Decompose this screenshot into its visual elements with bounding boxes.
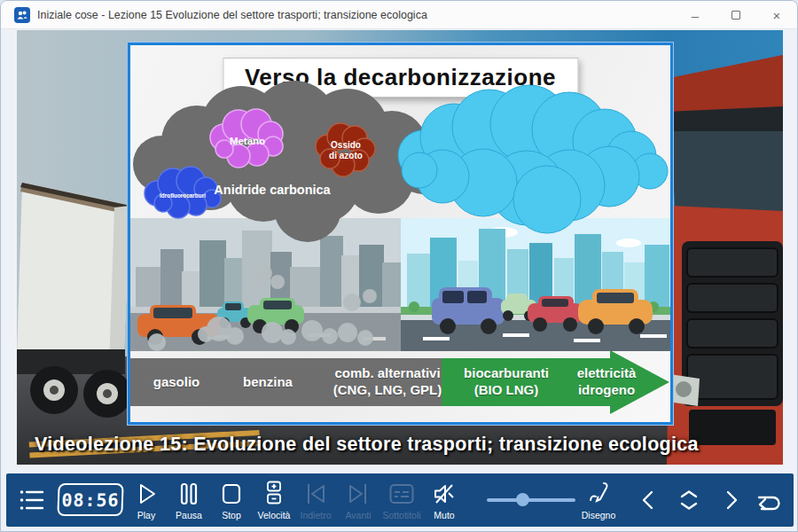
volume-slider-track[interactable] — [487, 498, 575, 502]
window-title: Iniziale cose - Lezione 15 Evoluzione de… — [37, 9, 427, 21]
skip-back-icon — [303, 482, 328, 505]
close-button[interactable]: × — [756, 1, 797, 29]
play-icon — [135, 482, 158, 505]
app-window: Iniziale cose - Lezione 15 Evoluzione de… — [0, 0, 798, 532]
index-list-button[interactable] — [19, 489, 45, 512]
fuel-label-comb-alternativi: comb. alternativi(CNG, LNG, GPL) — [333, 365, 442, 399]
minimize-button[interactable]: – — [675, 1, 716, 29]
stop-icon — [220, 482, 243, 505]
maximize-icon — [732, 11, 740, 20]
fuel-label-biocarburanti: biocarburanti(BIO LNG) — [464, 365, 549, 399]
cloud-label-methane: Metano — [230, 136, 265, 146]
fuel-label-elettricita-idrogeno: elettricitàidrogeno — [577, 365, 637, 399]
fuel-label-benzina: benzina — [243, 374, 293, 391]
draw-button[interactable]: Disegno — [577, 481, 620, 520]
emission-clouds: Idrofluorocarburi Metano Ossido di azoto — [130, 100, 670, 235]
return-button[interactable] — [753, 489, 783, 513]
people-icon — [14, 7, 30, 23]
nav-expand-button[interactable] — [675, 489, 703, 512]
chevron-right-icon — [719, 489, 742, 512]
play-button[interactable]: Play — [125, 481, 168, 520]
player-toolbar: 08:56 Play Pausa Stop Velocità Indietro — [6, 473, 794, 527]
chevron-left-icon — [638, 489, 661, 512]
volume-slider-thumb[interactable] — [516, 493, 529, 506]
city-scene — [130, 218, 670, 351]
video-caption: Videolezione 15: Evoluzione del settore … — [35, 434, 779, 456]
skip-forward-icon — [346, 482, 371, 505]
volume-slider[interactable] — [487, 497, 575, 504]
maximize-button[interactable] — [716, 1, 756, 29]
fuel-label-gasolio: gasolio — [153, 374, 200, 391]
elapsed-time-display: 08:56 — [57, 483, 123, 516]
pause-button[interactable]: Pausa — [168, 481, 210, 520]
nav-next-slide-button[interactable] — [719, 489, 742, 512]
cloud-label-nox-line2: di azoto — [329, 151, 363, 160]
subtitles-button: Sottotitoli — [380, 481, 423, 520]
mute-icon — [432, 482, 457, 505]
pause-icon — [177, 482, 200, 505]
fuel-transition-arrow: gasolio benzina comb. alternativi(CNG, L… — [130, 358, 670, 406]
cyan-cloud-clean — [398, 85, 668, 233]
cloud-label-co2: Anidride carbonica — [214, 183, 331, 197]
timer-value: 08:56 — [61, 489, 120, 511]
subtitles-icon — [388, 482, 415, 505]
speed-button[interactable]: Velocità — [253, 481, 295, 520]
mute-button[interactable]: Muto — [423, 481, 466, 520]
stop-button[interactable]: Stop — [210, 481, 253, 520]
video-stage[interactable]: Verso la decarbonizzazione Idrofluoroca — [17, 30, 783, 465]
pen-icon — [586, 481, 611, 505]
next-button: Avanti — [337, 481, 379, 520]
list-icon — [19, 489, 45, 512]
return-arrow-icon — [753, 489, 783, 513]
slide: Verso la decarbonizzazione Idrofluoroca — [128, 43, 673, 425]
title-bar: Iniziale cose - Lezione 15 Evoluzione de… — [1, 1, 797, 29]
cloud-label-hfc: Idrofluorocarburi — [160, 192, 206, 199]
speed-plus-minus-icon — [262, 481, 286, 505]
nav-previous-slide-button[interactable] — [638, 489, 661, 512]
chevrons-up-down-icon — [675, 489, 703, 512]
cloud-label-nox-line1: Ossido — [331, 140, 361, 150]
previous-button: Indietro — [294, 481, 337, 520]
